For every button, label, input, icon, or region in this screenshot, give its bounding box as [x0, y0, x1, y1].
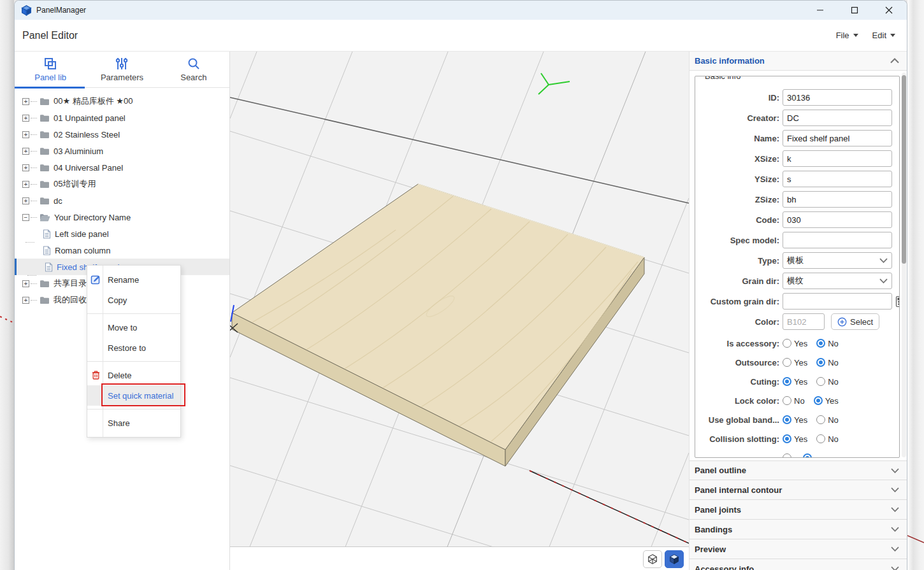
- edit-menu[interactable]: Edit: [872, 31, 895, 40]
- field-input-specmodel[interactable]: [783, 232, 892, 248]
- radio-option-blank[interactable]: [803, 453, 814, 457]
- section-panel-outline[interactable]: Panel outline: [689, 460, 907, 480]
- tree-item[interactable]: +dc: [15, 192, 229, 209]
- section-panel-internal-contour[interactable]: Panel internal contour: [689, 480, 907, 500]
- titlebar[interactable]: PanelManager: [15, 1, 907, 20]
- section-accessory-info[interactable]: Accessory info: [689, 559, 907, 570]
- tree-guide: [31, 184, 37, 185]
- radio-option-no[interactable]: No: [816, 415, 839, 425]
- form-row: Color:Select: [695, 313, 899, 330]
- radio-row: Cuting:YesNo: [695, 372, 899, 391]
- radio-option-yes[interactable]: Yes: [783, 434, 807, 444]
- field-input-xsize[interactable]: [783, 150, 892, 167]
- field-input-ysize[interactable]: [783, 171, 892, 187]
- tree-item[interactable]: −Your Directory Name: [15, 209, 229, 225]
- radio-option-no[interactable]: No: [816, 434, 839, 444]
- expand-expander-icon[interactable]: +: [22, 115, 29, 122]
- field-input-customgraindir[interactable]: [783, 293, 892, 310]
- field-select-graindir[interactable]: 横纹: [783, 273, 892, 289]
- field-input-zsize[interactable]: [783, 191, 892, 208]
- tab-panel-lib[interactable]: Panel lib: [15, 52, 86, 87]
- tree-item-label: 04 Universal Panel: [54, 163, 123, 173]
- radio-unchecked-icon[interactable]: [816, 377, 825, 386]
- section-bandings[interactable]: Bandings: [689, 520, 907, 539]
- field-input-id[interactable]: [783, 89, 892, 106]
- tree-item[interactable]: +00★ 精品库板件 ★00: [15, 93, 229, 110]
- section-panel-joints[interactable]: Panel joints: [689, 500, 907, 520]
- viewport-canvas[interactable]: [230, 52, 689, 547]
- expand-expander-icon[interactable]: +: [22, 181, 29, 188]
- radio-option-yes[interactable]: Yes: [783, 415, 807, 425]
- folder-open-icon: [40, 213, 50, 222]
- color-select-button[interactable]: Select: [831, 313, 879, 330]
- minimize-button[interactable]: [811, 2, 829, 18]
- tree-item[interactable]: +01 Unpainted panel: [15, 110, 229, 126]
- expand-expander-icon[interactable]: +: [22, 297, 29, 304]
- file-menu[interactable]: File: [836, 31, 858, 40]
- tab-parameters[interactable]: Parameters: [86, 52, 157, 87]
- maximize-button[interactable]: [846, 2, 863, 18]
- field-input-creator[interactable]: [783, 110, 892, 126]
- radio-checked-icon[interactable]: [803, 453, 812, 457]
- field-select-type[interactable]: 横板: [783, 252, 892, 269]
- context-menu-item-delete[interactable]: Delete: [87, 365, 180, 385]
- radio-option-no[interactable]: No: [816, 358, 839, 367]
- radio-option-yes[interactable]: Yes: [783, 358, 807, 367]
- tree-item[interactable]: +02 Stainless Steel: [15, 126, 229, 143]
- expand-expander-icon[interactable]: +: [22, 197, 29, 204]
- field-input-name[interactable]: [783, 130, 892, 146]
- context-menu-item-set-quick-material[interactable]: Set quick material: [87, 385, 180, 406]
- context-menu-item-copy[interactable]: Copy: [87, 290, 180, 310]
- radio-unchecked-icon[interactable]: [783, 339, 791, 348]
- radio-checked-icon[interactable]: [816, 339, 825, 348]
- context-menu-item-restore-to[interactable]: Restore to: [87, 338, 180, 358]
- close-button[interactable]: [880, 2, 898, 18]
- radio-checked-icon[interactable]: [783, 377, 791, 386]
- radio-option-no[interactable]: No: [783, 396, 805, 406]
- section-preview[interactable]: Preview: [689, 539, 907, 559]
- tree-item[interactable]: Roman column: [15, 242, 229, 259]
- radio-option-blank[interactable]: [783, 453, 794, 457]
- radio-unchecked-icon[interactable]: [783, 358, 791, 367]
- radio-checked-icon[interactable]: [814, 396, 823, 405]
- section-basic-information[interactable]: Basic information: [689, 52, 907, 71]
- tree-item[interactable]: +04 Universal Panel: [15, 159, 229, 176]
- wireframe-view-button[interactable]: [643, 550, 662, 568]
- radio-option-yes[interactable]: Yes: [814, 396, 839, 406]
- expand-expander-icon[interactable]: +: [22, 280, 29, 287]
- radio-unchecked-icon[interactable]: [816, 415, 825, 424]
- form-row: ZSize:: [695, 191, 899, 208]
- field-input-code[interactable]: [783, 211, 892, 228]
- tree-item[interactable]: Left side panel: [15, 225, 229, 242]
- radio-unchecked-icon[interactable]: [816, 434, 825, 443]
- radio-checked-icon[interactable]: [783, 434, 791, 443]
- radio-option-no[interactable]: No: [816, 377, 839, 387]
- expand-expander-icon[interactable]: +: [22, 164, 29, 171]
- radio-option-yes[interactable]: Yes: [783, 377, 807, 387]
- context-menu-item-move-to[interactable]: Move to: [87, 317, 180, 338]
- context-menu-item-rename[interactable]: Rename: [87, 269, 180, 290]
- radio-unchecked-icon[interactable]: [783, 453, 791, 457]
- context-menu-item-share[interactable]: Share: [87, 413, 180, 433]
- field-control: [783, 171, 892, 187]
- calculator-icon[interactable]: [895, 296, 899, 310]
- radio-option-label: Yes: [794, 415, 807, 425]
- expand-expander-icon[interactable]: +: [22, 131, 29, 138]
- tab-search[interactable]: Search: [158, 52, 229, 87]
- plus-circle-icon: [837, 317, 847, 327]
- panel-scrollbar-track[interactable]: [902, 73, 906, 457]
- radio-option-no[interactable]: No: [816, 339, 839, 348]
- expand-expander-icon[interactable]: +: [22, 98, 29, 105]
- panel-scrollbar-thumb[interactable]: [902, 75, 906, 264]
- radio-checked-icon[interactable]: [816, 358, 825, 367]
- chevron-down-icon: [891, 487, 899, 492]
- radio-checked-icon[interactable]: [783, 415, 791, 424]
- expand-expander-icon[interactable]: +: [22, 148, 29, 155]
- radio-unchecked-icon[interactable]: [783, 396, 791, 405]
- radio-option-yes[interactable]: Yes: [783, 339, 807, 348]
- collapse-expander-icon[interactable]: −: [22, 214, 29, 221]
- field-input-color[interactable]: [783, 313, 825, 330]
- tree-item[interactable]: +03 Aluminium: [15, 143, 229, 159]
- tree-item[interactable]: +05培训专用: [15, 176, 229, 192]
- solid-view-button[interactable]: [665, 550, 684, 568]
